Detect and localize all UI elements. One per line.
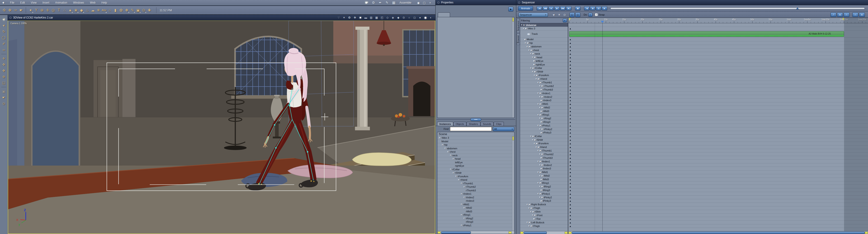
tab-objects[interactable]: Objects (454, 122, 466, 126)
expand-triangle-icon[interactable]: ▶ (534, 214, 536, 216)
timeline-lane-abdomen[interactable]: ▲ (568, 45, 868, 48)
expand-triangle-icon[interactable]: ▼ (455, 175, 457, 177)
animate-button[interactable]: Animate (518, 6, 533, 11)
rock-tool[interactable]: ◆▸ (79, 7, 84, 13)
expand-triangle-icon[interactable]: ▶ (541, 153, 543, 155)
expand-triangle-icon[interactable]: ▶ (529, 221, 530, 223)
keyframe-marker-icon[interactable]: ▲ (569, 67, 571, 69)
maximize-button[interactable]: ▢ (421, 1, 427, 4)
timeline-lane-lpinky1[interactable]: ▲ (568, 192, 868, 196)
keyframe-marker-icon[interactable]: ▲ (569, 153, 571, 156)
collapse-triangle-icon[interactable]: ▼ (537, 182, 539, 184)
timeline-hscrollbar[interactable] (568, 231, 868, 234)
keyframe-marker-icon[interactable]: ▲ (569, 193, 571, 195)
viewport-3d[interactable]: Camera 1 100% (8, 21, 435, 234)
timeline-lane-righteye[interactable]: ▲ (568, 63, 868, 66)
expand-triangle-icon[interactable]: ▶ (541, 186, 543, 188)
expand-triangle-icon[interactable]: ▶ (524, 38, 526, 40)
timeline-lane-rightbuttock[interactable]: ▲ (568, 203, 868, 206)
timeline-lane-lpinky3[interactable]: ▲ (568, 199, 868, 203)
keyframe-marker-icon[interactable]: ▲ (569, 157, 571, 159)
box-mode-icon[interactable]: ◻ (412, 16, 417, 19)
seq-tree-item-rshldr[interactable]: ▼▶rShldr (520, 70, 568, 74)
seq-tree-item-rring2[interactable]: ▼▶rRing2 (520, 116, 568, 120)
expand-triangle-icon[interactable]: ▶ (525, 28, 527, 30)
draft-mode-icon[interactable]: ⊙ (401, 16, 406, 19)
interp-ease-out-button[interactable]: ∧ (859, 12, 865, 17)
tree-item-chest[interactable]: ▼chest (437, 150, 514, 154)
seq-tree-item-lring1[interactable]: ▼▶lRing1 (520, 181, 568, 185)
expand-triangle-icon[interactable]: ▶ (529, 203, 530, 205)
keyframe-marker-icon[interactable]: ▲ (569, 92, 571, 94)
expand-triangle-icon[interactable]: ▶ (536, 74, 537, 76)
keyframe-marker-icon[interactable]: ▲ (569, 164, 571, 166)
range-start-marker[interactable] (569, 18, 571, 21)
tree-item-rforearm[interactable]: ▼rForeArm (437, 175, 514, 178)
tree-item-rindex3[interactable]: rIndex3 (437, 199, 514, 203)
seq-tree-item-track[interactable]: ◉Track (520, 31, 568, 38)
layout-split-icon[interactable]: ▤ (368, 16, 374, 19)
expand-triangle-icon[interactable]: ▶ (534, 56, 536, 58)
camera-lock-icon[interactable]: ◈ (390, 16, 396, 19)
collapse-triangle-icon[interactable]: ▼ (523, 28, 524, 30)
seq-tree-item-neck[interactable]: ▼▶neck (520, 52, 568, 56)
keyframe-marker-icon[interactable]: ▲ (569, 135, 571, 138)
expand-triangle-icon[interactable]: ▶ (524, 24, 525, 26)
seq-tree-item-rmid1[interactable]: ▼▶rMid1 (520, 102, 568, 106)
keyframe-marker-icon[interactable]: ▲ (569, 181, 571, 184)
collapse-triangle-icon[interactable]: ▼ (526, 203, 528, 205)
keyframe-marker-icon[interactable]: ▲ (569, 210, 571, 213)
properties-titlebar[interactable]: Properties (436, 0, 516, 5)
tree-item-rcollar[interactable]: ▼rCollar (437, 168, 514, 171)
tab-shaders[interactable]: Shaders (467, 122, 480, 126)
collapse-triangle-icon[interactable]: ▼ (537, 114, 539, 116)
timeline-lane-neck[interactable]: ▲ (568, 52, 868, 56)
seq-tree-item-lpinky2[interactable]: ▼▶lPinky2 (520, 196, 568, 199)
seq-tree-item-rtoe[interactable]: ▶rToe (520, 217, 568, 221)
text-tool[interactable]: T (56, 7, 62, 13)
tree-tool[interactable]: ❀▸ (73, 7, 79, 13)
tree-item-model[interactable]: Model (437, 140, 514, 143)
seq-tree-item-hip[interactable]: ▼▶hip (520, 41, 568, 45)
seq-tree-item-rmid3[interactable]: ▶rMid3 (520, 109, 568, 113)
keyframe-marker-icon[interactable]: ▲ (569, 221, 571, 224)
keyframe-marker-icon[interactable]: ▲ (569, 203, 571, 206)
keyframe-marker-icon[interactable]: ▲ (569, 42, 571, 44)
seq-tree-item-lmid2[interactable]: ▼▶lMid2 (520, 174, 568, 178)
collapse-triangle-icon[interactable]: ▼ (532, 139, 533, 141)
menu-web[interactable]: Web (87, 1, 98, 4)
rotate-manip-tool[interactable]: ✜ (0, 61, 7, 68)
seq-tree-item-abdomen[interactable]: ▼▶abdomen (520, 45, 568, 48)
expand-triangle-icon[interactable]: ▼ (452, 172, 454, 174)
keyframe-marker-icon[interactable]: ▲ (569, 124, 571, 127)
keyframe-marker-icon[interactable]: ▲ (569, 38, 571, 41)
timeline-lane-rfoot[interactable]: ▲ (568, 214, 868, 217)
seq-tree-item-lindex3[interactable]: ▶lIndex3 (520, 167, 568, 170)
expand-triangle-icon[interactable]: ▶ (541, 164, 543, 166)
scale-clips-toggle[interactable]: ◱ (569, 12, 575, 17)
fountain-tool[interactable]: ✵ (96, 7, 101, 13)
keyframe-marker-icon[interactable]: ▲ (569, 178, 571, 181)
collapse-triangle-icon[interactable]: ▼ (528, 49, 530, 51)
grass-tool[interactable]: ✿ (118, 7, 124, 13)
keyframe-marker-icon[interactable]: ▲ (569, 139, 571, 141)
scroll-thumb[interactable] (524, 232, 547, 234)
seq-tree-item-rshin[interactable]: ▼▶rShin (520, 210, 568, 214)
textured-sphere-icon[interactable]: ◐ (428, 16, 434, 19)
side-tab-browser[interactable]: Browser (517, 33, 520, 45)
auto-group-tool[interactable]: AGr▸ (101, 7, 107, 13)
collapse-triangle-icon[interactable]: ▼ (539, 196, 541, 198)
timeline-lane-lthumb3[interactable]: ▲ (568, 156, 868, 160)
collapse-triangle-icon[interactable]: ▼ (537, 160, 539, 162)
seq-tree-item-lpinky1[interactable]: ▼▶lPinky1 (520, 192, 568, 196)
zoom-region-icon[interactable]: ⊙ (562, 13, 567, 16)
layout-quad-icon[interactable]: ▦ (374, 16, 379, 19)
interp-linear-button[interactable]: ∕ (831, 12, 836, 17)
interp-ease-in-button[interactable]: ∩ (852, 12, 858, 17)
menu-edit[interactable]: Edit (18, 1, 28, 4)
expand-triangle-icon[interactable]: ▼ (463, 186, 465, 188)
terrain-tool[interactable]: ▲▸ (67, 7, 73, 13)
seq-tree-item-universe[interactable]: ▼▶Universe (520, 23, 568, 27)
seq-tree-item-lcollar[interactable]: ▼▶lCollar (520, 135, 568, 138)
expand-triangle-icon[interactable]: ▶ (534, 139, 536, 141)
